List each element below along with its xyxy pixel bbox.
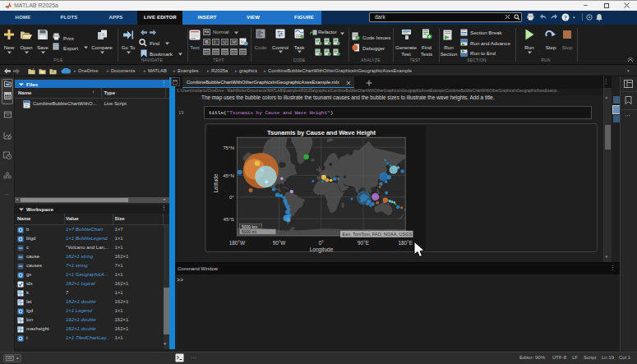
svg-text:Latitude: Latitude [213,173,219,193]
svg-text:180°E: 180°E [398,239,412,245]
svg-text:5000 km: 5000 km [242,223,257,228]
svg-text:75°N: 75°N [223,144,234,150]
svg-text:90°E: 90°E [358,239,369,245]
svg-text:Esri, TomTom, FAO, NOAA, USGS: Esri, TomTom, FAO, NOAA, USGS [343,231,413,236]
svg-text:0°: 0° [229,194,234,200]
svg-text:?: ? [564,14,567,20]
svg-text:5000 mi: 5000 mi [242,228,256,233]
svg-text:Longitude: Longitude [310,247,334,253]
svg-text:45°N: 45°N [223,172,234,177]
svg-text:180°W: 180°W [229,239,246,245]
svg-text:45°S: 45°S [224,215,234,221]
svg-text:0°: 0° [319,239,325,245]
svg-text:90°W: 90°W [273,239,287,245]
svg-text:Tsunamis by Cause and Wave Hei: Tsunamis by Cause and Wave Height [267,129,376,136]
